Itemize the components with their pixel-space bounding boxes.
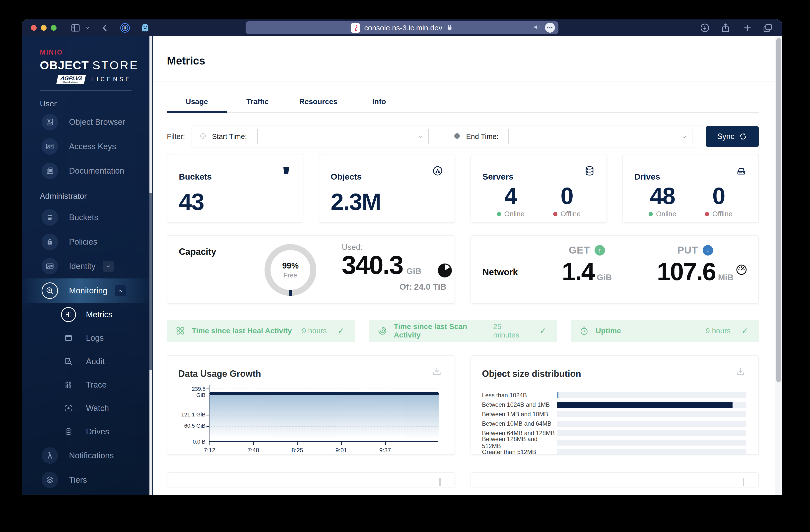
put-label: PUT [678,245,698,256]
online-dot [649,212,653,216]
notifications-lambda-icon: λ [42,447,58,464]
tab-traffic[interactable]: Traffic [228,97,288,112]
sidebar-item-access-keys[interactable]: Access Keys [22,134,149,159]
drives-offline-count: 0 [705,182,732,209]
sidebar-item-label: Access Keys [69,142,116,151]
share-icon[interactable] [720,23,731,33]
get-up-arrow-icon: ↑ [595,245,605,256]
start-time-select[interactable] [257,129,429,144]
sidebar-item-notifications[interactable]: λ Notifications [22,443,149,468]
buckets-card-title: Buckets [179,172,212,181]
sidebar-subitem-label: Audit [86,357,104,366]
page-scrollbar[interactable] [775,36,782,495]
sidebar-scrollbar-thumb[interactable] [149,193,152,370]
sidebar-subitem-audit[interactable]: Audit [22,350,149,373]
bar-track [557,402,746,408]
minimize-window-button[interactable] [41,25,47,31]
heal-activity-bar: Time since last Heal Activity 9 hours ✓ [167,320,355,342]
policies-icon [42,233,58,250]
bar-row: Between 10MB and 64MB [482,419,746,429]
y-tick: 0.0 B [193,439,206,445]
identity-expand-chevron-icon[interactable] [103,261,114,272]
monitoring-icon [42,283,58,299]
sidebar-subitem-drives[interactable]: Drives [22,420,149,443]
bar-row: Between 128MB and 512MB [482,438,746,447]
used-value: 340.3 [342,250,403,280]
bar-label: Between 10MB and 64MB [482,420,557,427]
documentation-icon [42,163,58,179]
downloads-icon[interactable] [699,22,710,33]
speedometer-icon [735,263,748,277]
scan-icon [377,326,387,336]
bar-track [557,440,746,446]
monitoring-collapse-chevron-icon[interactable] [115,285,126,296]
sidebar-subitem-logs[interactable]: Logs [22,326,149,350]
page-scrollbar-thumb[interactable] [776,38,781,382]
bar-row: Less than 1024B [482,390,746,400]
tab-info[interactable]: Info [349,97,409,112]
sidebar-item-monitoring[interactable]: Monitoring [22,278,149,303]
license-label: LICENSE [92,76,131,83]
sidebar-scrollbar[interactable] [149,36,153,495]
bar-track [557,421,746,426]
close-window-button[interactable] [31,25,37,31]
sidebar-item-documentation[interactable]: Documentation [22,159,149,183]
y-tick: 60.5 GiB [184,423,206,429]
usage-growth-plot: 239.5 GiB 121.1 GiB 60.5 GiB 0.0 B [209,385,438,442]
end-time-select[interactable] [508,129,693,144]
bar-label: Greater than 512MB [482,449,557,455]
download-chart-icon [743,478,744,486]
sidebar-item-buckets[interactable]: Buckets [22,205,149,230]
tab-resources[interactable]: Resources [288,97,348,112]
servers-card-title: Servers [483,172,514,181]
heal-icon [175,326,185,336]
sidebar-item-object-browser[interactable]: Object Browser [22,110,149,134]
sidebar-subitem-label: Trace [86,380,107,389]
tab-usage[interactable]: Usage [167,97,227,112]
get-value: 1.4 [562,257,594,286]
sidebar-item-policies[interactable]: Policies [22,230,149,254]
scan-activity-label: Time since last Scan Activity [394,322,493,339]
audit-icon [61,354,76,369]
sidebar-item-tiers[interactable]: Tiers [22,468,149,492]
sidebar-subitem-trace[interactable]: Trace [22,373,149,397]
x-tick: 9:01 [336,447,347,454]
new-tab-icon[interactable]: + [744,21,751,34]
sidebar-subitem-watch[interactable]: Watch [22,397,149,420]
trace-icon [61,377,76,392]
drives-card-title: Drives [634,172,660,181]
zoom-window-button[interactable] [51,25,56,31]
mute-audio-icon[interactable] [533,23,541,32]
sidebar-toggle-icon[interactable] [70,23,81,33]
minio-logo: MINIO OBJECT STORE AGPLV3Free Software L… [22,36,131,84]
main-content: Metrics Usage Traffic Resources Info Fil… [153,36,775,495]
address-bar[interactable]: console.ns-3.ic.min.dev ••• [246,21,558,34]
sidebar-item-label: Tiers [69,475,87,485]
x-tick: 9:37 [379,447,391,454]
start-time-label: Start Time: [212,132,247,141]
sidebar-item-label: Monitoring [69,286,107,295]
drives-online-count: 48 [649,182,676,209]
x-tick: 7:12 [204,447,215,454]
pie-chart-icon [438,263,452,277]
bar-label: Between 128MB and 512MB [482,436,557,450]
bar-label: Between 1024B and 1MB [482,401,557,408]
check-icon: ✓ [338,326,344,336]
sidebar-item-identity[interactable]: Identity [22,254,149,278]
metrics-icon [61,307,76,322]
tab-overview-icon[interactable] [762,22,773,33]
back-icon[interactable] [100,23,110,33]
chevron-down-icon[interactable] [84,25,91,31]
sidebar-subitem-label: Logs [86,333,104,343]
onepassword-extension-icon[interactable] [119,22,130,33]
product-title-light: STORE [93,59,139,72]
download-chart-icon[interactable] [432,367,442,378]
page-title: Metrics [167,54,759,67]
page-settings-icon[interactable]: ••• [545,23,555,33]
download-chart-icon[interactable] [735,367,746,378]
ghostery-extension-icon[interactable] [140,23,150,33]
sidebar-subitem-metrics[interactable]: Metrics [22,303,149,326]
sync-button[interactable]: Sync [706,126,759,147]
bar-label: Between 1MB and 10MB [482,411,557,418]
start-time-clock-icon [199,132,207,141]
